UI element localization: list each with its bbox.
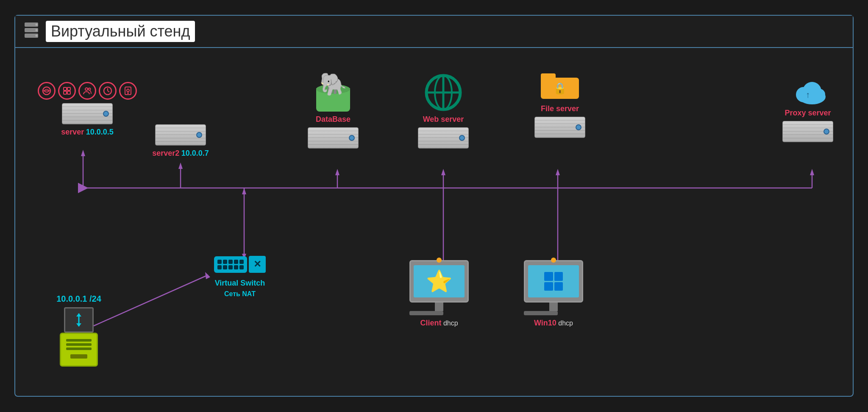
- virtual-switch-label: Virtual Switch Сеть NAT: [215, 276, 265, 298]
- server1-node[interactable]: server 10.0.0.5: [41, 82, 134, 137]
- fileserver-node[interactable]: 🔒 File server: [517, 73, 602, 138]
- svg-point-52: [813, 89, 825, 101]
- fileserver-label: File server: [541, 104, 579, 113]
- svg-marker-56: [76, 323, 81, 327]
- svg-rect-35: [67, 91, 70, 94]
- svg-rect-33: [67, 87, 70, 90]
- svg-point-4: [36, 29, 38, 31]
- dns-icon: [38, 82, 56, 100]
- webserver-label: Web server: [423, 115, 464, 124]
- proxyserver-rack: [782, 121, 833, 142]
- proxyserver-label: Proxy server: [785, 109, 831, 118]
- svg-line-44: [128, 92, 129, 94]
- svg-marker-13: [242, 188, 246, 194]
- webserver-node[interactable]: Web server: [401, 73, 486, 149]
- svg-text:↑: ↑: [806, 90, 810, 99]
- svg-marker-9: [81, 150, 85, 156]
- svg-point-42: [127, 89, 129, 92]
- host-pc-icon: [60, 333, 98, 367]
- page-title: Виртуальный стенд: [46, 21, 195, 42]
- svg-point-3: [36, 23, 38, 25]
- database-label: DataBase: [316, 115, 351, 124]
- host-ip: 10.0.0.1 /24: [56, 294, 101, 304]
- host-icon-group: [60, 307, 98, 367]
- server2-label: server2 10.0.0.7: [152, 149, 209, 158]
- svg-point-5: [36, 34, 38, 36]
- virtual-switch-node[interactable]: ✕ Virtual Switch Сеть NAT: [198, 256, 282, 298]
- svg-rect-32: [64, 87, 67, 90]
- fileserver-icon: 🔒: [541, 73, 579, 101]
- virtual-switch-body: ✕: [214, 256, 266, 273]
- svg-marker-20: [556, 169, 560, 175]
- transfer-icon: [64, 307, 94, 333]
- svg-point-37: [89, 88, 91, 90]
- diagram-area: server 10.0.0.5 server2 10.0.0.7 ✕: [15, 48, 853, 398]
- switch-x-icon: ✕: [249, 256, 266, 273]
- win10-label: Win10 dhcp: [534, 319, 573, 328]
- client-star-icon: ⭐: [426, 271, 452, 292]
- server2-node[interactable]: server2 10.0.0.7: [142, 124, 219, 158]
- svg-line-40: [108, 91, 109, 92]
- webserver-icon: [424, 73, 462, 112]
- svg-rect-34: [64, 91, 67, 94]
- client-node[interactable]: ⭐ Client dhcp: [397, 260, 481, 328]
- client-monitor: ⭐: [409, 260, 469, 315]
- users-icon: [78, 82, 96, 100]
- server1-label: server 10.0.0.5: [61, 128, 114, 137]
- database-node[interactable]: 🐘 DataBase: [295, 73, 371, 149]
- client-label: Client dhcp: [420, 319, 458, 328]
- svg-point-36: [85, 88, 88, 90]
- svg-marker-18: [441, 169, 445, 175]
- cert-icon: [119, 82, 137, 100]
- clock-icon: [99, 82, 117, 100]
- win10-node[interactable]: Win10 dhcp: [511, 260, 596, 328]
- win10-monitor: [524, 260, 583, 315]
- svg-marker-22: [810, 169, 814, 175]
- dc-icon: [58, 82, 76, 100]
- svg-marker-11: [178, 163, 183, 169]
- server1-rack: [62, 103, 113, 124]
- webserver-rack: [418, 127, 469, 149]
- server1-icons: [38, 82, 137, 100]
- windows-logo-icon: [544, 272, 563, 291]
- proxyserver-node[interactable]: ↑ Proxy server: [765, 73, 850, 142]
- switch-ports: [214, 256, 247, 273]
- title-server-icon: [24, 22, 39, 42]
- elephant-icon: 🐘: [320, 71, 347, 97]
- host-node[interactable]: 10.0.0.1 /24: [41, 294, 117, 367]
- database-icon: 🐘: [314, 73, 352, 112]
- main-container: Виртуальный стенд: [14, 15, 854, 397]
- title-bar: Виртуальный стенд: [15, 16, 853, 48]
- proxyserver-icon: ↑: [789, 73, 827, 105]
- fileserver-rack: [534, 117, 585, 138]
- svg-marker-16: [335, 169, 339, 175]
- server2-rack: [155, 124, 206, 146]
- database-rack: [308, 127, 359, 149]
- svg-marker-55: [76, 313, 81, 317]
